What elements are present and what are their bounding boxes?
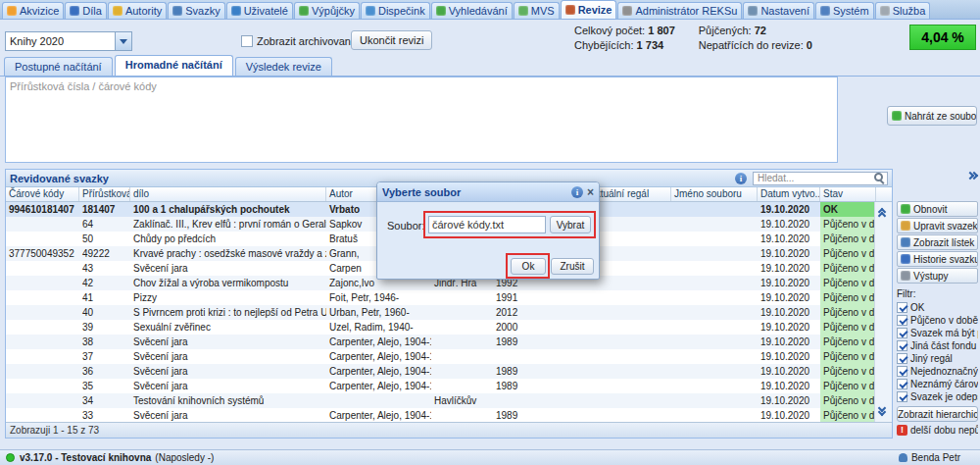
barcode-input-area[interactable] (5, 77, 838, 163)
volume-history-button[interactable]: Historie svazku (897, 251, 978, 267)
checkbox[interactable] (897, 315, 907, 326)
show-archived-toggle[interactable]: Zobrazit archivované (241, 35, 357, 47)
current-user: Benda Petr (899, 452, 960, 463)
tab-sluzba[interactable]: Služba (875, 2, 931, 19)
tab-revize[interactable]: Revize (561, 0, 617, 19)
grid-cell: Půjčeno v d... (820, 217, 876, 232)
end-revision-button[interactable]: Ukončit revizi (351, 30, 432, 50)
cancel-button[interactable]: Zrušit (551, 258, 594, 275)
column-header-datum-vytvo[interactable]: Datum vytvo... (758, 187, 820, 201)
table-row[interactable]: 35Svěcení jaraCarpenter, Alejo, 1904-198… (6, 379, 874, 393)
filter-jiny-regal[interactable]: Jiný regál (897, 352, 978, 365)
grid-cell (539, 320, 586, 335)
ok-button[interactable]: Ok (511, 258, 546, 275)
grid-cell (539, 364, 586, 379)
table-row[interactable]: 38Svěcení jaraCarpenter, Alejo, 1904-198… (6, 335, 874, 349)
tab-nastaveni[interactable]: Nastavení (743, 2, 814, 19)
filter-ok[interactable]: OK (897, 301, 978, 314)
subtab-postupne-nacitani[interactable]: Postupné načítání (4, 57, 113, 76)
grid-cell (586, 290, 671, 305)
checkbox[interactable] (897, 302, 907, 313)
checkbox[interactable] (897, 353, 907, 364)
revision-select[interactable]: Knihy 2020 (5, 31, 132, 51)
column-header-prirustkova-c[interactable]: Přírůstková č... (79, 187, 130, 201)
tab-svazky[interactable]: Svazky (168, 2, 224, 19)
volumes-icon (172, 6, 182, 16)
tab-mvs[interactable]: MVS (514, 2, 560, 19)
grid-cell: Testování knihovních systémů (130, 393, 326, 408)
grid-cell (539, 305, 586, 320)
file-label: Soubor: (387, 220, 425, 232)
version-label: v3.17.0 - Testovací knihovna (20, 452, 151, 463)
show-hierarchy-button[interactable]: Zobrazit hierarchicky (897, 406, 978, 422)
table-row[interactable]: 41PizzyFoit, Petr, 1946-199119.10.2020Pů… (6, 290, 874, 305)
tab-dila[interactable]: Díla (65, 2, 107, 19)
search-input[interactable]: Hledat... (753, 172, 888, 185)
grid-cell: 100 a 1 chalupářských pochoutek (130, 202, 326, 217)
search-icon[interactable] (874, 173, 885, 183)
column-header-dilo[interactable]: dílo (130, 187, 326, 201)
grid-cell: 19.10.2020 (758, 202, 820, 217)
table-row[interactable]: 37Svěcení jaraCarpenter, Alejo, 1904-198… (6, 349, 874, 364)
table-row[interactable]: 33Svěcení jaraCarpenter, Alejo, 1904-198… (6, 408, 874, 422)
grid-cell: 1989 (493, 408, 539, 422)
filter-delsi-dobu-nepujceny[interactable]: ! delší dobu nepůjčený (897, 425, 978, 436)
checkbox[interactable] (897, 391, 907, 402)
tab-administrator-reksu[interactable]: Administrátor REKSu (617, 2, 742, 19)
tab-system[interactable]: Systém (815, 2, 874, 19)
dialog-titlebar[interactable]: Vyberte soubor i × (377, 182, 599, 202)
main-tab-bar: AkviziceDílaAutoritySvazkyUživateléVýpůj… (0, 0, 980, 20)
outputs-icon (901, 271, 910, 281)
table-row[interactable]: 39Sexuální zvěřinecUzel, Radim, 1940-200… (6, 320, 874, 335)
filter-svazek-ma-byt-pujceny[interactable]: Svazek má být půjčený (897, 327, 978, 339)
show-card-button[interactable]: Zobrazit lístek (897, 234, 978, 250)
checkbox[interactable] (897, 379, 907, 389)
table-row[interactable]: 40S Pivrncem proti krizi : to nejlepší o… (6, 305, 874, 320)
chevron-down-icon[interactable] (115, 32, 131, 50)
filter-neznamy-carovy-kod[interactable]: Neznámý čárový kód (897, 378, 978, 390)
column-header-jmeno-souboru[interactable]: Jméno souboru (671, 187, 758, 201)
edit-volume-button[interactable]: Upravit svazek (897, 218, 978, 233)
checkbox[interactable] (897, 328, 907, 338)
dialog-help-icon[interactable]: i (571, 186, 583, 198)
filter-pujceno-v-dobe-revize[interactable]: Půjčeno v době revize (897, 314, 978, 327)
grid-cell: Půjčeno v d... (820, 335, 876, 349)
grid-cell: 19.10.2020 (758, 379, 820, 393)
grid-cell: 377750049352 (6, 246, 79, 261)
tab-autority[interactable]: Autority (108, 2, 167, 19)
scroll-bottom-icon[interactable] (879, 406, 885, 414)
subtab-vysledek-revize[interactable]: Výsledek revize (235, 57, 332, 76)
show-archived-checkbox[interactable] (241, 35, 253, 47)
refresh-button[interactable]: Obnovit (897, 201, 978, 217)
info-icon[interactable]: i (735, 173, 747, 184)
file-name-input[interactable] (428, 216, 546, 233)
grid-cell (539, 393, 586, 408)
grid-cell: Půjčeno v d... (820, 393, 876, 408)
tab-vyhledavani[interactable]: Vyhledávání (431, 2, 513, 19)
browse-button[interactable]: Vybrat (550, 216, 591, 233)
scroll-top-icon[interactable] (879, 210, 885, 218)
load-from-file-button[interactable]: Nahrát ze souboru (887, 106, 977, 126)
tab-vypujcky[interactable]: Výpůjčky (294, 2, 360, 19)
button-label: Historie svazku (913, 254, 978, 265)
dialog-close-icon[interactable]: × (587, 186, 594, 198)
outputs-button[interactable]: Výstupy (897, 268, 978, 284)
table-row[interactable]: 36Svěcení jaraCarpenter, Alejo, 1904-198… (6, 364, 874, 379)
toolbar: Knihy 2020 Zobrazit archivované Ukončit … (0, 20, 980, 55)
filter-jina-cast-fondu[interactable]: Jiná část fondu (897, 339, 978, 352)
right-sidebar: ObnovitUpravit svazekZobrazit lístekHist… (897, 169, 978, 436)
filter-nejednoznacny-carovy-k[interactable]: Nejednoznačný čárový k... (897, 365, 978, 378)
column-header-stav[interactable]: Stav (820, 187, 876, 201)
subtab-hromadne-nacitani[interactable]: Hromadné načítání (115, 55, 233, 76)
tab-uzivatele[interactable]: Uživatelé (226, 2, 293, 19)
checkbox[interactable] (897, 366, 907, 377)
checkbox[interactable] (897, 340, 907, 351)
grid-cell (671, 290, 758, 305)
collapse-panel-icon[interactable] (968, 173, 976, 179)
filter-svazek-je-odepsany[interactable]: Svazek je odepsaný (897, 390, 978, 403)
tab-dispecink[interactable]: Dispečink (361, 2, 430, 19)
grid-scrollbar[interactable] (874, 202, 892, 422)
tab-akvizice[interactable]: Akvizice (2, 2, 64, 19)
column-header-carove-kody[interactable]: Čárové kódy (6, 187, 79, 201)
table-row[interactable]: 34Testování knihovních systémůHavlíčkův1… (6, 393, 874, 408)
